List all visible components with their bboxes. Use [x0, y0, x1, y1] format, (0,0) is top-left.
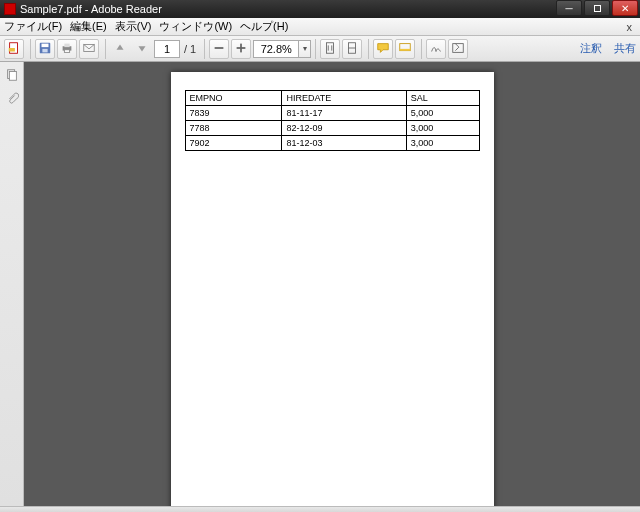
fit-page-icon	[323, 41, 337, 57]
sign-button[interactable]	[426, 39, 446, 59]
read-mode-button[interactable]	[448, 39, 468, 59]
zoom-in-button[interactable]	[231, 39, 251, 59]
comment-icon	[376, 41, 390, 57]
highlight-button[interactable]	[395, 39, 415, 59]
svg-rect-12	[327, 42, 334, 53]
col-header: SAL	[406, 91, 479, 106]
table-cell: 82-12-09	[282, 121, 406, 136]
arrow-up-icon	[113, 41, 127, 57]
svg-rect-3	[42, 43, 49, 47]
svg-rect-9	[215, 47, 224, 49]
thumbnails-icon	[5, 68, 19, 84]
minimize-button[interactable]: ─	[556, 0, 582, 16]
data-table: EMPNO HIREDATE SAL 7839 81-11-17 5,000 7…	[185, 90, 480, 151]
table-header-row: EMPNO HIREDATE SAL	[185, 91, 479, 106]
table-cell: 7788	[185, 121, 282, 136]
fit-page-button[interactable]	[320, 39, 340, 59]
share-link[interactable]: 共有	[614, 41, 636, 56]
window-titlebar: Sample7.pdf - Adobe Reader ─ ✕	[0, 0, 640, 18]
app-icon	[4, 3, 16, 15]
separator	[421, 39, 422, 59]
svg-rect-15	[400, 48, 411, 50]
svg-rect-18	[9, 72, 16, 81]
table-cell: 3,000	[406, 136, 479, 151]
maximize-button[interactable]	[584, 0, 610, 16]
comment-button[interactable]	[373, 39, 393, 59]
table-cell: 81-12-03	[282, 136, 406, 151]
zoom-input[interactable]	[253, 40, 299, 58]
print-button[interactable]	[57, 39, 77, 59]
export-pdf-button[interactable]	[4, 39, 24, 59]
highlight-icon	[398, 41, 412, 57]
separator	[368, 39, 369, 59]
table-cell: 7839	[185, 106, 282, 121]
svg-rect-1	[9, 48, 15, 52]
menubar: ファイル(F) 編集(E) 表示(V) ウィンドウ(W) ヘルプ(H) x	[0, 18, 640, 36]
email-icon	[82, 41, 96, 57]
chevron-down-icon: ▾	[303, 44, 307, 53]
svg-rect-4	[42, 48, 47, 52]
navpane	[0, 62, 24, 506]
email-button[interactable]	[79, 39, 99, 59]
table-cell: 7902	[185, 136, 282, 151]
menubar-close-doc[interactable]: x	[627, 21, 637, 33]
menu-edit[interactable]: 編集(E)	[70, 19, 107, 34]
fit-width-icon	[345, 41, 359, 57]
toolbar: / 1 ▾ 注釈 共有	[0, 36, 640, 62]
separator	[30, 39, 31, 59]
toolbar-right: 注釈 共有	[568, 41, 636, 56]
separator	[105, 39, 106, 59]
separator	[315, 39, 316, 59]
document-area[interactable]: EMPNO HIREDATE SAL 7839 81-11-17 5,000 7…	[24, 62, 640, 506]
plus-icon	[234, 41, 248, 57]
page-number-input[interactable]	[154, 40, 180, 58]
window-controls: ─ ✕	[554, 0, 638, 18]
close-button[interactable]: ✕	[612, 0, 638, 16]
page-total-label: / 1	[184, 43, 196, 55]
minus-icon	[212, 41, 226, 57]
table-row: 7902 81-12-03 3,000	[185, 136, 479, 151]
zoom-dropdown-button[interactable]: ▾	[299, 40, 311, 58]
table-row: 7788 82-12-09 3,000	[185, 121, 479, 136]
read-mode-icon	[451, 41, 465, 57]
separator	[204, 39, 205, 59]
page-up-button[interactable]	[110, 39, 130, 59]
attachments-panel-button[interactable]	[4, 92, 20, 108]
pdf-page: EMPNO HIREDATE SAL 7839 81-11-17 5,000 7…	[171, 72, 494, 506]
svg-rect-11	[240, 43, 242, 52]
menu-help[interactable]: ヘルプ(H)	[240, 19, 288, 34]
col-header: EMPNO	[185, 91, 282, 106]
work-area: EMPNO HIREDATE SAL 7839 81-11-17 5,000 7…	[0, 62, 640, 506]
table-cell: 5,000	[406, 106, 479, 121]
svg-rect-6	[64, 43, 69, 47]
table-row: 7839 81-11-17 5,000	[185, 106, 479, 121]
svg-rect-7	[64, 49, 69, 52]
menu-view[interactable]: 表示(V)	[115, 19, 152, 34]
page-down-button[interactable]	[132, 39, 152, 59]
col-header: HIREDATE	[282, 91, 406, 106]
fit-width-button[interactable]	[342, 39, 362, 59]
annotate-link[interactable]: 注釈	[580, 41, 602, 56]
pdf-icon	[7, 41, 21, 57]
zoom-out-button[interactable]	[209, 39, 229, 59]
arrow-down-icon	[135, 41, 149, 57]
save-button[interactable]	[35, 39, 55, 59]
table-cell: 81-11-17	[282, 106, 406, 121]
menu-window[interactable]: ウィンドウ(W)	[159, 19, 232, 34]
paperclip-icon	[5, 92, 19, 108]
thumbnails-panel-button[interactable]	[4, 68, 20, 84]
print-icon	[60, 41, 74, 57]
statusbar	[0, 506, 640, 512]
window-title: Sample7.pdf - Adobe Reader	[20, 3, 554, 15]
save-icon	[38, 41, 52, 57]
menu-file[interactable]: ファイル(F)	[4, 19, 62, 34]
table-cell: 3,000	[406, 121, 479, 136]
sign-icon	[429, 41, 443, 57]
